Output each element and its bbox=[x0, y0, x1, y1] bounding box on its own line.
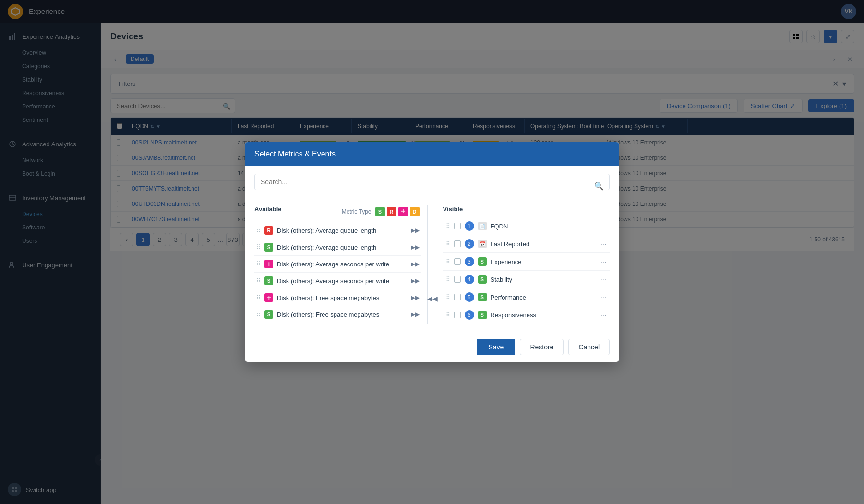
available-title-row: Available Metric Type S R ✛ D bbox=[254, 205, 421, 217]
metric-type-badge-r: R bbox=[264, 226, 273, 235]
modal-search-icon: 🔍 bbox=[594, 181, 604, 191]
visible-item-more-btn[interactable]: ··· bbox=[601, 258, 607, 265]
visible-item-num: 1 bbox=[465, 221, 474, 231]
transfer-left-btn[interactable]: ◀◀ bbox=[427, 291, 438, 306]
visible-item-type-doc: 📄 bbox=[478, 222, 487, 230]
visible-item-more-btn[interactable]: ··· bbox=[601, 240, 607, 248]
visible-column: Visible ⠿ 1 📄 FQDN ⠿ 2 bbox=[437, 205, 610, 324]
visible-item-type-s: S bbox=[478, 293, 487, 301]
metric-type-badge-s: S bbox=[264, 243, 273, 252]
modal-title: Select Metrics & Events bbox=[254, 150, 336, 158]
available-item[interactable]: ⠿ R Disk (others): Average queue length … bbox=[254, 222, 421, 239]
metric-type-badge-p: ✛ bbox=[264, 260, 273, 268]
visible-item: ⠿ 6 S Responsiveness ··· bbox=[443, 306, 610, 324]
drag-handle: ⠿ bbox=[256, 294, 261, 301]
metric-badge-s[interactable]: S bbox=[375, 207, 385, 216]
metric-badge-p[interactable]: ✛ bbox=[398, 207, 408, 216]
available-item[interactable]: ⠿ S Disk (others): Average queue length … bbox=[254, 239, 421, 256]
modal-header: Select Metrics & Events bbox=[245, 142, 619, 166]
visible-checkbox[interactable] bbox=[454, 223, 461, 229]
drag-handle: ⠿ bbox=[446, 276, 450, 283]
visible-checkbox[interactable] bbox=[454, 294, 461, 300]
visible-item-more-btn[interactable]: ··· bbox=[601, 276, 607, 283]
available-item[interactable]: ⠿ S Disk (others): Free space megabytes … bbox=[254, 306, 421, 323]
available-title: Available bbox=[254, 205, 282, 213]
drag-handle: ⠿ bbox=[446, 240, 450, 247]
drag-handle: ⠿ bbox=[256, 311, 261, 318]
metric-name: Disk (others): Average queue length bbox=[277, 227, 406, 234]
visible-item-num: 2 bbox=[465, 239, 474, 249]
metric-name: Disk (others): Free space megabytes bbox=[277, 311, 406, 318]
metric-type-badge-s: S bbox=[264, 310, 273, 319]
drag-handle: ⠿ bbox=[256, 244, 261, 251]
available-item[interactable]: ⠿ ✛ Disk (others): Free space megabytes … bbox=[254, 289, 421, 306]
visible-item-num: 5 bbox=[465, 292, 474, 302]
visible-item-type-s: S bbox=[478, 311, 487, 319]
visible-item: ⠿ 3 S Experience ··· bbox=[443, 253, 610, 271]
visible-item: ⠿ 5 S Performance ··· bbox=[443, 288, 610, 306]
visible-item-name: Performance bbox=[491, 294, 598, 301]
restore-button[interactable]: Restore bbox=[520, 339, 564, 355]
visible-item-type-s: S bbox=[478, 275, 487, 284]
metric-badge-d[interactable]: D bbox=[410, 207, 420, 216]
transfer-right-icon[interactable]: ▶▶ bbox=[411, 261, 420, 267]
available-column: Available Metric Type S R ✛ D ⠿ R Disk (… bbox=[254, 205, 428, 324]
visible-item-name: Stability bbox=[491, 276, 598, 283]
visible-item-name: Last Reported bbox=[491, 240, 598, 248]
visible-item-type-s: S bbox=[478, 257, 487, 266]
visible-list: ⠿ 1 📄 FQDN ⠿ 2 📅 Last Reported bbox=[443, 217, 610, 324]
metric-badge-r[interactable]: R bbox=[387, 207, 396, 216]
metric-type-badge-s: S bbox=[264, 276, 273, 285]
metric-type-label: Metric Type bbox=[342, 208, 372, 215]
modal-overlay[interactable]: Select Metrics & Events 🔍 Available Metr… bbox=[0, 0, 864, 504]
metric-name: Disk (others): Average seconds per write bbox=[277, 277, 406, 285]
visible-item-num: 4 bbox=[465, 275, 474, 284]
drag-handle: ⠿ bbox=[256, 277, 261, 284]
transfer-right-icon[interactable]: ▶▶ bbox=[411, 227, 420, 234]
save-button[interactable]: Save bbox=[477, 339, 515, 355]
visible-item-num: 3 bbox=[465, 257, 474, 266]
metric-name: Disk (others): Average queue length bbox=[277, 244, 406, 251]
visible-item: ⠿ 4 S Stability ··· bbox=[443, 271, 610, 288]
transfer-right-icon[interactable]: ▶▶ bbox=[411, 294, 420, 301]
drag-handle: ⠿ bbox=[446, 223, 450, 229]
visible-item-more-btn[interactable]: ··· bbox=[601, 293, 607, 301]
modal-footer: Save Restore Cancel bbox=[245, 332, 619, 362]
drag-handle: ⠿ bbox=[256, 227, 261, 234]
visible-item-type-doc: 📅 bbox=[478, 240, 487, 248]
transfer-left-icon: ◀◀ bbox=[427, 295, 438, 302]
visible-title: Visible bbox=[443, 205, 610, 213]
visible-checkbox[interactable] bbox=[454, 276, 461, 283]
drag-handle: ⠿ bbox=[446, 294, 450, 300]
visible-item-name: Responsiveness bbox=[491, 312, 598, 319]
modal-search-input[interactable] bbox=[254, 174, 610, 190]
transfer-right-icon[interactable]: ▶▶ bbox=[411, 311, 420, 318]
transfer-column: ◀◀ bbox=[428, 205, 437, 324]
metric-name: Disk (others): Free space megabytes bbox=[277, 294, 406, 301]
visible-item-name: FQDN bbox=[491, 223, 607, 230]
drag-handle: ⠿ bbox=[446, 258, 450, 265]
visible-item-more-btn[interactable]: ··· bbox=[601, 311, 607, 319]
visible-item-num: 6 bbox=[465, 310, 474, 320]
drag-handle: ⠿ bbox=[256, 261, 261, 267]
visible-item: ⠿ 2 📅 Last Reported ··· bbox=[443, 235, 610, 253]
available-item[interactable]: ⠿ S Disk (others): Average seconds per w… bbox=[254, 273, 421, 289]
available-list: ⠿ R Disk (others): Average queue length … bbox=[254, 222, 421, 323]
metric-type-badge-p: ✛ bbox=[264, 293, 273, 302]
transfer-right-icon[interactable]: ▶▶ bbox=[411, 244, 420, 251]
visible-item-name: Experience bbox=[491, 258, 598, 265]
cancel-button[interactable]: Cancel bbox=[568, 339, 610, 355]
visible-item: ⠿ 1 📄 FQDN bbox=[443, 217, 610, 235]
metric-name: Disk (others): Average seconds per write bbox=[277, 261, 406, 268]
modal-search-wrap: 🔍 bbox=[254, 174, 610, 198]
drag-handle: ⠿ bbox=[446, 312, 450, 318]
visible-checkbox[interactable] bbox=[454, 258, 461, 265]
visible-checkbox[interactable] bbox=[454, 240, 461, 247]
visible-checkbox[interactable] bbox=[454, 312, 461, 318]
available-item[interactable]: ⠿ ✛ Disk (others): Average seconds per w… bbox=[254, 256, 421, 273]
modal-columns: Available Metric Type S R ✛ D ⠿ R Disk (… bbox=[254, 205, 610, 324]
select-metrics-modal: Select Metrics & Events 🔍 Available Metr… bbox=[245, 142, 619, 362]
transfer-right-icon[interactable]: ▶▶ bbox=[411, 277, 420, 284]
modal-body: 🔍 Available Metric Type S R ✛ D bbox=[245, 166, 619, 332]
